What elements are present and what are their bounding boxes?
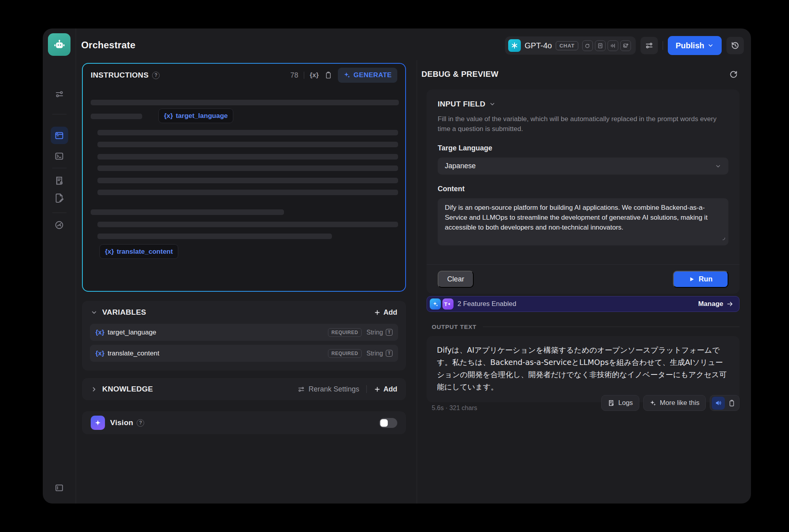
target-language-select[interactable]: Japanese [438,158,728,175]
prompt-skeleton-line [91,209,284,215]
logs-icon [608,399,615,407]
sidebar-item-annotations[interactable] [51,189,68,207]
variable-chip-label: translate_content [117,248,173,256]
plus-icon [374,386,381,393]
variables-section: VARIABLES Add {x} target_language REQUIR… [82,301,406,370]
input-field-title: INPUT FIELD [438,100,485,108]
speaker-button[interactable] [712,397,725,410]
divider [304,72,304,79]
page-title: Orchestrate [81,40,135,51]
reset-conversation-button[interactable] [726,67,741,82]
model-parameters-button[interactable] [640,37,658,54]
prompt-skeleton-line [97,234,332,239]
output-text-section: OUTPUT TEXT [432,323,739,330]
vision-toggle[interactable] [379,418,397,428]
string-type-icon: T [386,329,393,336]
image-capability-icon [620,40,631,51]
insert-variable-icon[interactable]: {x} [310,71,319,79]
play-icon [689,276,695,282]
logs-label: Logs [618,399,633,407]
add-knowledge-button[interactable]: Add [374,385,397,393]
audio-copy-group [710,395,739,411]
prompt-skeleton-line [97,165,398,171]
output-rule [483,327,739,327]
string-type-icon: T [386,350,393,357]
text-to-speech-feature-icon: T [442,298,454,310]
variable-chip-target-language[interactable]: {x} target_language [158,108,233,123]
chevron-right-icon[interactable] [91,386,97,393]
target-language-label: Targe Language [438,144,728,152]
variables-title: VARIABLES [102,308,146,317]
app-logo[interactable] [48,33,71,56]
variable-glyph: {x} [95,329,105,336]
version-history-button[interactable] [726,37,744,54]
prompt-skeleton-line [97,154,398,160]
features-bar[interactable]: T 2 Features Enabled Manage [427,296,739,312]
instructions-title: INSTRUCTIONS [91,71,149,80]
variable-glyph: {x} [164,112,173,120]
help-icon[interactable]: ? [137,419,144,427]
clear-button[interactable]: Clear [438,271,474,288]
prompt-skeleton-line [97,130,398,135]
features-enabled-label: 2 Features Enabled [457,300,516,308]
publish-label: Publish [676,41,704,50]
vision-title: Vision [110,418,133,427]
logs-button[interactable]: Logs [601,395,639,411]
instructions-panel: INSTRUCTIONS ? 78 {x} GENERATE {x} [82,63,406,292]
generate-button[interactable]: GENERATE [338,68,397,83]
robot-icon [53,38,66,51]
chevron-down-icon[interactable] [91,309,97,316]
copy-icon[interactable] [324,71,332,79]
rerank-settings-button[interactable]: Rerank Settings [297,385,359,393]
topbar-actions: GPT-4o CHAT Publish [505,36,744,55]
panel-divider [417,60,417,504]
publish-button[interactable]: Publish [668,36,722,55]
content-value: Dify is an open-source platform for buil… [445,204,707,231]
model-selector[interactable]: GPT-4o CHAT [505,36,636,55]
required-badge: REQUIRED [328,349,362,358]
help-icon[interactable]: ? [152,72,160,79]
sidebar-divider [52,168,67,168]
generate-label: GENERATE [354,71,392,79]
variable-row-translate-content[interactable]: {x} translate_content REQUIRED StringT [90,345,398,362]
manage-features-button[interactable]: Manage [698,300,734,308]
sliders-icon [297,386,305,393]
run-label: Run [699,275,713,283]
content-textarea[interactable]: Dify is an open-source platform for buil… [438,198,728,245]
add-variable-button[interactable]: Add [374,308,397,317]
model-name: GPT-4o [525,41,552,50]
collapse-sidebar-icon[interactable] [51,479,68,496]
model-mode-badge: CHAT [556,41,578,50]
variable-chip-translate-content[interactable]: {x} translate_content [99,244,178,259]
output-stats: 5.6s · 321 chars [432,405,477,412]
run-button[interactable]: Run [673,271,728,288]
sidebar-item-orchestrate[interactable] [51,127,68,144]
input-card-footer: Clear Run [427,264,739,294]
prompt-skeleton-line [91,114,142,119]
audio-capability-icon [608,40,618,51]
more-like-this-button[interactable]: More like this [643,395,706,411]
vision-icon [91,416,105,430]
sidebar [43,28,76,504]
sidebar-item-monitoring[interactable] [51,216,68,234]
variable-row-target-language[interactable]: {x} target_language REQUIRED StringT [90,324,398,341]
instructions-header: INSTRUCTIONS ? 78 {x} GENERATE [83,64,405,87]
required-badge: REQUIRED [328,328,362,337]
input-field-card: INPUT FIELD Fill in the value of the var… [427,89,739,294]
resize-corner-icon[interactable] [720,233,725,243]
more-like-this-label: More like this [660,399,699,407]
prompt-skeleton-line [97,178,398,183]
chevron-down-icon [707,42,714,49]
input-field-header[interactable]: INPUT FIELD [438,100,728,108]
variable-type: String [366,350,383,357]
orchestrate-settings-icon[interactable] [51,86,68,103]
generation-feature-icon [430,298,441,310]
variable-type: String [366,329,383,336]
sidebar-item-api[interactable] [51,147,68,165]
sidebar-item-logs[interactable] [51,172,68,189]
debug-preview-title: DEBUG & PREVIEW [421,70,499,79]
copy-output-button[interactable] [728,399,736,407]
topbar-divider [663,41,663,50]
variable-glyph: {x} [95,350,105,357]
prompt-skeleton-line [97,190,398,195]
